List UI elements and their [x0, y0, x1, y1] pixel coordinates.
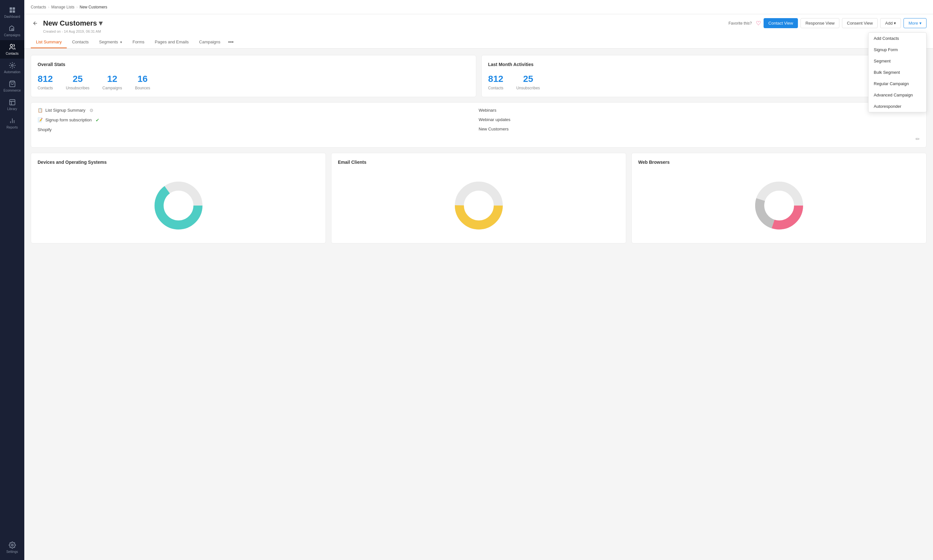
- dropdown-item-advanced-campaign[interactable]: Advanced Campaign: [868, 89, 926, 101]
- tab-pages-emails[interactable]: Pages and Emails: [150, 36, 194, 48]
- signup-item-shopify: Shopify: [38, 127, 479, 132]
- dropdown-item-regular-campaign[interactable]: Regular Campaign: [868, 78, 926, 89]
- main-content: Contacts › Manage Lists › New Customers …: [24, 0, 933, 560]
- header-right: Favorite this? ♡ Contact View Response V…: [729, 18, 927, 28]
- signup-item-list-summary: 📋 List Signup Summary ⚙: [38, 108, 479, 113]
- svg-rect-2: [9, 10, 12, 12]
- last-month-card: Last Month Activities 6:49 AM ↻ ‹ › 812 …: [481, 55, 927, 97]
- lm-stat-contacts: 812 Contacts: [488, 74, 503, 90]
- stat-campaigns-label: Campaigns: [102, 86, 122, 90]
- svg-rect-0: [9, 8, 12, 10]
- webinars-label: Webinars: [479, 108, 497, 113]
- sidebar-item-ecommerce[interactable]: Ecommerce: [0, 77, 24, 95]
- header-left: New Customers ▾: [31, 19, 102, 28]
- dropdown-item-bulk-segment[interactable]: Bulk Segment: [868, 67, 926, 78]
- dropdown-item-autoresponder[interactable]: Autoresponder: [868, 101, 926, 112]
- sidebar-item-library[interactable]: Library: [0, 95, 24, 114]
- breadcrumb-sep-1: ›: [48, 5, 49, 9]
- web-browsers-title: Web Browsers: [638, 160, 920, 165]
- webinar-updates-label: Webinar updates: [479, 117, 510, 122]
- signup-item-form-subscription: 📝 Signup form subscription ✔: [38, 117, 479, 123]
- sidebar-item-settings[interactable]: Settings: [0, 538, 24, 557]
- sidebar-item-library-label: Library: [7, 107, 17, 111]
- header-area: New Customers ▾ Favorite this? ♡ Contact…: [24, 14, 933, 49]
- dropdown-item-segment[interactable]: Segment: [868, 55, 926, 67]
- browsers-donut-chart: [750, 177, 808, 235]
- favorite-heart-icon[interactable]: ♡: [756, 20, 761, 27]
- sidebar-item-contacts[interactable]: Contacts: [0, 40, 24, 58]
- contact-view-button[interactable]: Contact View: [763, 18, 798, 28]
- tabs-row: List Summary Contacts Segments ▾ Forms P…: [31, 36, 927, 48]
- overall-stats-grid: 812 Contacts 25 Unsubscribes 12 Campaign…: [38, 74, 469, 90]
- dropdown-item-add-contacts[interactable]: Add Contacts: [868, 33, 926, 44]
- back-button[interactable]: [31, 19, 40, 28]
- sidebar-item-reports-label: Reports: [6, 126, 18, 129]
- tab-more-icon[interactable]: •••: [225, 36, 236, 48]
- stat-unsubscribes-label: Unsubscribes: [66, 86, 89, 90]
- created-info: Created on - 14 Aug 2019, 06:31 AM: [43, 29, 927, 33]
- more-button[interactable]: More ▾: [904, 18, 927, 28]
- sidebar: Dashboard Campaigns Contacts Automation …: [0, 0, 24, 560]
- email-clients-title: Email Clients: [338, 160, 619, 165]
- form-subscription-icon: 📝: [38, 117, 43, 122]
- email-donut-container: [338, 170, 619, 235]
- sidebar-item-campaigns[interactable]: Campaigns: [0, 22, 24, 40]
- stat-contacts-label: Contacts: [38, 86, 53, 90]
- stats-row: Overall Stats 812 Contacts 25 Unsubscrib…: [31, 55, 927, 97]
- lm-stat-unsubscribes: 25 Unsubscribes: [517, 74, 540, 90]
- title-dropdown-icon[interactable]: ▾: [99, 19, 102, 28]
- sidebar-item-dashboard[interactable]: Dashboard: [0, 3, 24, 22]
- devices-card: Devices and Operating Systems: [31, 153, 326, 243]
- more-dropdown-icon: ▾: [919, 21, 922, 26]
- consent-view-button[interactable]: Consent View: [842, 18, 877, 28]
- dropdown-item-signup-form[interactable]: Signup Form: [868, 44, 926, 55]
- svg-point-5: [11, 65, 13, 66]
- tab-contacts[interactable]: Contacts: [67, 36, 94, 48]
- signup-left: 📋 List Signup Summary ⚙ 📝 Signup form su…: [38, 108, 479, 142]
- signup-card: 📋 List Signup Summary ⚙ 📝 Signup form su…: [31, 102, 927, 148]
- breadcrumb-sep-2: ›: [76, 5, 78, 9]
- sidebar-item-reports[interactable]: Reports: [0, 114, 24, 132]
- signup-right: Webinars Webinar updates New Customers ✏: [479, 108, 920, 142]
- add-dropdown-icon: ▾: [894, 21, 896, 26]
- overall-stats-title: Overall Stats: [38, 62, 469, 67]
- email-clients-card: Email Clients: [331, 153, 626, 243]
- tab-forms[interactable]: Forms: [127, 36, 150, 48]
- breadcrumb-bar: Contacts › Manage Lists › New Customers: [24, 0, 933, 14]
- signup-item-webinar-updates: Webinar updates: [479, 117, 920, 122]
- signup-item-new-customers: New Customers: [479, 126, 920, 131]
- segments-arrow-icon: ▾: [120, 40, 122, 44]
- lm-stat-contacts-label: Contacts: [488, 86, 503, 90]
- tab-segments[interactable]: Segments ▾: [94, 36, 127, 48]
- stat-unsubscribes-value: 25: [66, 74, 89, 85]
- page-title-text: New Customers: [43, 19, 97, 28]
- tab-campaigns[interactable]: Campaigns: [194, 36, 226, 48]
- tab-list-summary[interactable]: List Summary: [31, 36, 67, 48]
- add-button[interactable]: Add ▾: [880, 18, 901, 28]
- signup-item-webinars: Webinars: [479, 108, 920, 113]
- more-dropdown-menu: Add Contacts Signup Form Segment Bulk Se…: [868, 32, 927, 112]
- overall-stats-card: Overall Stats 812 Contacts 25 Unsubscrib…: [31, 55, 476, 97]
- page-title: New Customers ▾: [43, 19, 102, 28]
- devices-row: Devices and Operating Systems Email Clie…: [31, 153, 927, 243]
- last-month-stats-grid: 812 Contacts 25 Unsubscribes: [488, 74, 920, 90]
- sidebar-item-automation[interactable]: Automation: [0, 58, 24, 77]
- list-signup-summary-icon: 📋: [38, 108, 43, 113]
- breadcrumb-manage-lists[interactable]: Manage Lists: [51, 5, 74, 9]
- stat-contacts: 812 Contacts: [38, 74, 53, 90]
- content-area: Overall Stats 812 Contacts 25 Unsubscrib…: [24, 49, 933, 560]
- lm-stat-unsubscribes-label: Unsubscribes: [517, 86, 540, 90]
- stat-campaigns-value: 12: [102, 74, 122, 85]
- sidebar-item-automation-label: Automation: [4, 70, 20, 74]
- svg-rect-1: [12, 8, 15, 10]
- form-subscription-active-icon: ✔: [96, 117, 99, 123]
- edit-icon[interactable]: ✏: [916, 136, 920, 142]
- response-view-button[interactable]: Response View: [800, 18, 839, 28]
- lm-stat-unsubscribes-value: 25: [517, 74, 540, 85]
- favorite-label: Favorite this?: [729, 21, 752, 26]
- svg-rect-7: [9, 100, 15, 105]
- breadcrumb-current: New Customers: [80, 5, 107, 9]
- breadcrumb-contacts[interactable]: Contacts: [31, 5, 46, 9]
- last-month-title: Last Month Activities: [488, 62, 534, 67]
- email-donut-chart: [450, 177, 508, 235]
